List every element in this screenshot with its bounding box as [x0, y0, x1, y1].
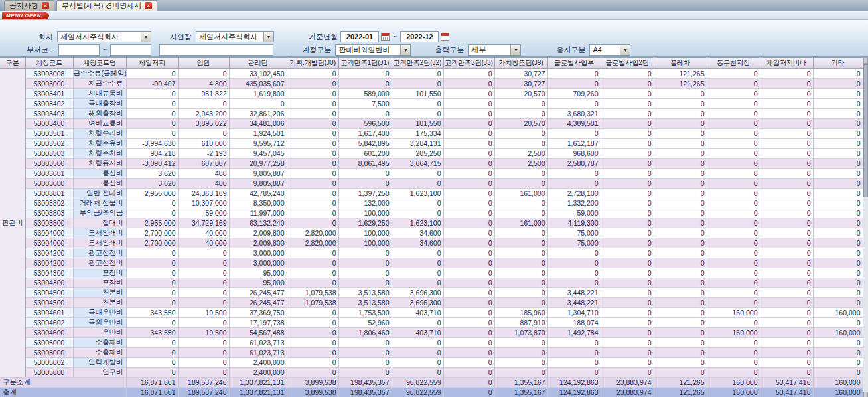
value-cell[interactable]: 0 — [494, 337, 547, 347]
account-code-cell[interactable]: 53004200 — [25, 258, 73, 268]
value-cell[interactable]: 0 — [654, 278, 707, 287]
value-cell[interactable]: 75,000 — [547, 238, 601, 248]
value-cell[interactable]: 0 — [547, 347, 601, 357]
table-row[interactable]: 53004500견본비0026,245,4771,079,5383,513,58… — [0, 297, 863, 307]
account-name-cell[interactable]: 접대비 — [73, 218, 126, 228]
value-cell[interactable]: 0 — [338, 178, 392, 188]
value-cell[interactable]: 0 — [443, 118, 494, 128]
value-cell[interactable]: 0 — [707, 68, 760, 78]
value-cell[interactable]: 0 — [338, 78, 392, 88]
value-cell[interactable]: 0 — [813, 68, 863, 78]
column-header[interactable]: 고객만족2팀(J2) — [392, 58, 443, 68]
value-cell[interactable]: 0 — [601, 118, 654, 128]
value-cell[interactable]: 59,000 — [547, 208, 601, 218]
value-cell[interactable]: 2,820,000 — [287, 228, 338, 238]
value-cell[interactable]: 0 — [601, 258, 654, 268]
value-cell[interactable]: 0 — [707, 337, 760, 347]
value-cell[interactable]: 0 — [654, 218, 707, 228]
account-code-cell[interactable]: 53003000 — [25, 78, 73, 88]
value-cell[interactable]: 0 — [760, 357, 813, 367]
value-cell[interactable]: 0 — [813, 297, 863, 307]
table-row[interactable]: 53004300포장비0095,00000000000000 — [0, 268, 863, 278]
value-cell[interactable]: 2,009,800 — [229, 228, 287, 238]
value-cell[interactable]: 596,500 — [338, 118, 392, 128]
account-code-cell[interactable]: 53004601 — [25, 307, 73, 317]
value-cell[interactable]: 3,448,221 — [547, 287, 601, 297]
value-cell[interactable]: 0 — [229, 98, 287, 108]
value-cell[interactable]: 968,600 — [547, 148, 601, 158]
value-cell[interactable]: 0 — [494, 178, 547, 188]
subtotal-row[interactable]: 구분소계16,871,601189,537,2461,337,821,1313,… — [0, 377, 863, 387]
value-cell[interactable]: 0 — [813, 158, 863, 168]
value-cell[interactable]: 0 — [287, 278, 338, 287]
value-cell[interactable]: 0 — [654, 238, 707, 248]
value-cell[interactable]: 0 — [287, 337, 338, 347]
value-cell[interactable]: 0 — [760, 287, 813, 297]
value-cell[interactable]: 0 — [443, 178, 494, 188]
dept-from-input[interactable] — [58, 44, 100, 56]
value-cell[interactable]: 0 — [601, 188, 654, 198]
value-cell[interactable]: 0 — [443, 347, 494, 357]
value-cell[interactable]: 403,710 — [392, 327, 443, 337]
value-cell[interactable]: 0 — [760, 347, 813, 357]
column-header[interactable]: 고객만족1팀(J1) — [338, 58, 392, 68]
column-header[interactable]: 구분 — [0, 58, 25, 68]
menu-open-button[interactable]: MENU OPEN — [2, 12, 49, 19]
value-cell[interactable]: 0 — [443, 168, 494, 178]
value-cell[interactable]: 0 — [126, 68, 178, 78]
account-type-select[interactable]: 판매비와일반비 ▼ — [335, 44, 411, 56]
value-cell[interactable]: 0 — [601, 108, 654, 118]
value-cell[interactable]: 34,481,006 — [229, 118, 287, 128]
value-cell[interactable]: 3,620 — [126, 168, 178, 178]
value-cell[interactable]: 0 — [126, 367, 178, 377]
account-name-cell[interactable]: 포장비 — [73, 278, 126, 287]
value-cell[interactable]: 0 — [494, 168, 547, 178]
account-name-cell[interactable]: 도서인쇄비 — [73, 228, 126, 238]
value-cell[interactable]: 0 — [654, 337, 707, 347]
value-cell[interactable]: 0 — [287, 98, 338, 108]
value-cell[interactable]: 160,000 — [707, 327, 760, 337]
value-cell[interactable]: 37,369,750 — [229, 307, 287, 317]
calendar-icon[interactable] — [381, 33, 390, 41]
period-to-input[interactable] — [400, 31, 439, 42]
value-cell[interactable]: 0 — [601, 128, 654, 138]
value-cell[interactable]: 0 — [392, 178, 443, 188]
value-cell[interactable]: 0 — [760, 218, 813, 228]
table-row[interactable]: 53003501차량수리비001,924,50101,617,400175,33… — [0, 128, 863, 138]
value-cell[interactable]: 52,960 — [338, 317, 392, 327]
value-cell[interactable]: 61,023,713 — [229, 337, 287, 347]
value-cell[interactable]: 0 — [443, 297, 494, 307]
value-cell[interactable]: 100,000 — [338, 238, 392, 248]
account-code-cell[interactable]: 53003402 — [25, 98, 73, 108]
value-cell[interactable]: 0 — [813, 228, 863, 238]
value-cell[interactable]: 3,000,000 — [229, 248, 287, 258]
value-cell[interactable]: 3,696,300 — [392, 297, 443, 307]
value-cell[interactable]: 0 — [547, 367, 601, 377]
value-cell[interactable]: 0 — [494, 228, 547, 238]
value-cell[interactable]: 601,200 — [338, 148, 392, 158]
value-cell[interactable]: 0 — [813, 118, 863, 128]
tab-notice[interactable]: 공지사항 × — [4, 0, 54, 11]
close-icon[interactable]: × — [145, 2, 152, 9]
close-icon[interactable]: × — [42, 2, 49, 9]
value-cell[interactable]: 1,073,870 — [494, 327, 547, 337]
value-cell[interactable]: 0 — [392, 347, 443, 357]
value-cell[interactable]: 0 — [601, 238, 654, 248]
column-header[interactable]: 제일저지비나 — [760, 58, 813, 68]
scrollbar-thumb[interactable] — [863, 64, 868, 197]
value-cell[interactable]: 0 — [547, 178, 601, 188]
table-row[interactable]: 53005600연구비002,400,00000000000000 — [0, 367, 863, 377]
value-cell[interactable]: 0 — [760, 108, 813, 118]
value-cell[interactable]: 0 — [601, 218, 654, 228]
value-cell[interactable]: 0 — [547, 128, 601, 138]
account-name-cell[interactable]: 국외운반비 — [73, 317, 126, 327]
value-cell[interactable]: 20,977,258 — [229, 158, 287, 168]
value-cell[interactable]: 0 — [287, 88, 338, 98]
value-cell[interactable]: 0 — [126, 208, 178, 218]
value-cell[interactable]: 0 — [654, 248, 707, 258]
account-name-cell[interactable]: 차량주차비 — [73, 148, 126, 158]
value-cell[interactable]: 0 — [126, 248, 178, 258]
value-cell[interactable]: 0 — [443, 317, 494, 327]
value-cell[interactable]: 0 — [813, 287, 863, 297]
value-cell[interactable]: 607,807 — [178, 158, 229, 168]
